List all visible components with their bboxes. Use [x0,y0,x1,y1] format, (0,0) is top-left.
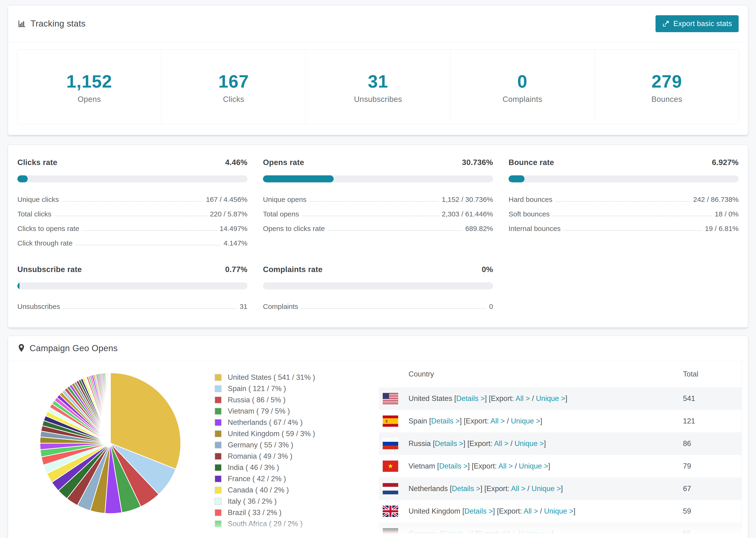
dotted-leader [75,245,221,245]
rate-title: Bounce rate [509,158,554,167]
detail-label: Click through rate [17,239,73,247]
stat-value: 0 [450,71,594,91]
export-basic-stats-button[interactable]: Export basic stats [656,15,739,32]
export-icon [662,20,670,27]
stat-card-bounces: 279Bounces [594,50,739,124]
flag-icon-de [383,528,398,538]
export-unique-link[interactable]: Unique > [511,417,540,425]
detail-label: Total opens [263,210,299,218]
export-all-link[interactable]: All > [511,484,525,493]
country-name: Russia [408,439,431,448]
summary-stats-row: 1,152Opens167Clicks31Unsubscribes0Compla… [17,49,739,124]
details-link[interactable]: Details > [443,529,471,538]
column-header-total: Total [683,370,742,378]
rate-detail-row: Click through rate4.147% [17,239,247,247]
geo-pie-chart[interactable] [38,371,183,515]
details-link[interactable]: Details > [456,394,485,403]
detail-label: Opens to clicks rate [263,225,325,233]
detail-label: Soft bounces [509,210,550,218]
details-link[interactable]: Details > [431,417,460,425]
geo-body: United States ( 541 / 31% )Spain ( 121 /… [8,361,748,538]
details-link[interactable]: Details > [435,439,463,448]
detail-value: 4.147% [224,239,247,247]
country-total: 59 [683,507,742,515]
country-total: 121 [683,417,742,425]
progress-bar [263,175,493,183]
detail-label: Total clicks [17,210,51,218]
detail-value: 14.497% [220,225,247,233]
export-all-link[interactable]: All > [502,529,516,538]
country-total: 79 [683,462,742,470]
campaign-geo-opens-panel: Campaign Geo Opens United States ( 541 /… [8,336,748,538]
dotted-leader [62,201,203,202]
detail-label: Complaints [263,302,298,310]
detail-value: 2,303 / 61.446% [442,210,493,218]
details-link[interactable]: Details > [452,484,480,493]
legend-swatch [215,430,222,437]
country-name: Vietnam [408,462,435,470]
rate-block-unsubscribe-rate: Unsubscribe rate0.77%Unsubscribes31 [17,265,247,310]
legend-item-vietnam: Vietnam ( 79 / 5% ) [215,407,379,415]
stat-value: 31 [306,71,450,91]
export-all-link[interactable]: All > [523,507,538,515]
detail-value: 689.82% [465,225,493,233]
detail-label: Unique clicks [17,195,59,203]
country-total: 55 [683,529,742,538]
stat-value: 1,152 [17,71,161,91]
legend-swatch [215,487,222,494]
dotted-leader [302,216,439,216]
export-all-link[interactable]: All > [499,462,513,470]
flag-icon-us [383,393,398,404]
export-all-link[interactable]: All > [490,417,505,425]
tracking-stats-header: Tracking stats Export basic stats [8,5,748,42]
legend-item-canada: Canada ( 40 / 2% ) [215,486,379,494]
detail-label: Internal bounces [509,225,561,233]
rate-title: Unsubscribe rate [17,265,82,274]
stat-label: Complaints [450,95,594,104]
table-header-row: Country Total [379,361,742,387]
detail-label: Clicks to opens rate [17,225,79,233]
table-row-spain: Spain [Details >] [Export: All > / Uniqu… [379,410,742,432]
rate-block-clicks-rate: Clicks rate4.46%Unique clicks167 / 4.456… [17,158,247,247]
detail-value: 220 / 5.87% [210,210,247,218]
bar-chart-icon [17,19,26,28]
rate-detail-row: Soft bounces18 / 0% [509,210,739,218]
rate-detail-row: Hard bounces242 / 86.738% [509,195,739,203]
progress-bar [509,175,739,183]
stat-value: 167 [162,71,306,91]
stat-card-complaints: 0Complaints [450,50,594,124]
export-unique-link[interactable]: Unique > [531,484,561,493]
export-all-link[interactable]: All > [515,394,530,403]
country-name: United States [408,394,452,403]
export-unique-link[interactable]: Unique > [519,462,548,470]
progress-bar [17,282,247,290]
dotted-leader [301,308,486,309]
table-row-vietnam: Vietnam [Details >] [Export: All > / Uni… [379,455,742,477]
legend-item-netherlands: Netherlands ( 67 / 4% ) [215,418,379,427]
legend-label: United States ( 541 / 31% ) [228,373,315,382]
detail-label: Unsubscribes [17,302,60,310]
table-row-russia: Russia [Details >] [Export: All > / Uniq… [379,432,742,455]
export-unique-link[interactable]: Unique > [536,394,566,403]
export-unique-link[interactable]: Unique > [514,439,544,448]
legend-item-south-africa: South Africa ( 29 / 2% ) [215,520,379,528]
legend-swatch [215,498,222,505]
geo-title: Campaign Geo Opens [29,344,118,353]
details-link[interactable]: Details > [439,462,467,470]
export-all-link[interactable]: All > [494,439,508,448]
progress-bar-fill [509,175,524,183]
export-unique-link[interactable]: Unique > [522,529,552,538]
rate-detail-row: Unique clicks167 / 4.456% [17,195,247,203]
dotted-leader [309,201,439,202]
details-link[interactable]: Details > [464,507,493,515]
table-row-germany: Germany [Details >] [Export: All > / Uni… [379,522,742,538]
detail-value: 18 / 0% [715,210,739,218]
legend-swatch [215,397,222,404]
rate-block-complaints-rate: Complaints rate0%Complaints0 [263,265,493,310]
rate-detail-row: Total opens2,303 / 61.446% [263,210,493,218]
stat-card-clicks: 167Clicks [161,50,306,124]
stat-label: Bounces [595,95,739,104]
export-unique-link[interactable]: Unique > [544,507,573,515]
legend-item-united-kingdom: United Kingdom ( 59 / 3% ) [215,430,379,438]
legend-item-united-states: United States ( 541 / 31% ) [215,373,379,382]
